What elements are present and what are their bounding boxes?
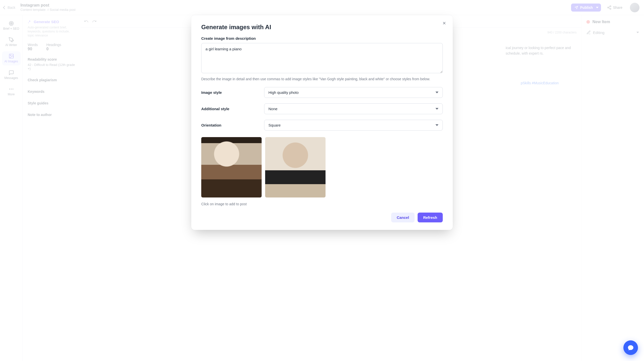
description-label: Create image from description <box>201 36 443 41</box>
additional-style-select[interactable]: None <box>264 103 443 114</box>
modal-actions: Cancel Refresh <box>201 213 443 222</box>
image-style-select[interactable]: High quality photo <box>264 87 443 98</box>
image-style-row: Image style High quality photo <box>201 87 443 98</box>
modal-title: Generate images with AI <box>201 24 443 31</box>
chevron-down-icon <box>435 124 438 126</box>
chevron-down-icon <box>435 92 438 93</box>
orientation-label: Orientation <box>201 123 264 127</box>
orientation-select[interactable]: Square <box>264 120 443 131</box>
description-textarea[interactable] <box>201 43 443 73</box>
chat-icon <box>627 344 634 351</box>
orientation-value: Square <box>268 123 280 127</box>
ai-image-modal: Generate images with AI Create image fro… <box>191 15 453 230</box>
modal-overlay: Generate images with AI Create image fro… <box>0 0 644 361</box>
close-button[interactable] <box>441 20 448 27</box>
generated-image-2[interactable] <box>265 137 326 197</box>
chat-launcher[interactable] <box>623 340 638 355</box>
generated-images <box>201 137 443 197</box>
refresh-button[interactable]: Refresh <box>418 213 443 222</box>
cancel-button[interactable]: Cancel <box>391 213 415 222</box>
additional-style-row: Additional style None <box>201 103 443 114</box>
additional-style-label: Additional style <box>201 107 264 111</box>
add-to-post-hint: Click on image to add to post <box>201 202 443 206</box>
image-style-label: Image style <box>201 90 264 95</box>
description-hint: Describe the image in detail and then us… <box>201 76 443 82</box>
orientation-row: Orientation Square <box>201 120 443 131</box>
additional-style-value: None <box>268 107 277 111</box>
generated-image-1[interactable] <box>201 137 262 197</box>
close-icon <box>442 21 447 25</box>
image-style-value: High quality photo <box>268 90 299 95</box>
chevron-down-icon <box>435 108 438 110</box>
